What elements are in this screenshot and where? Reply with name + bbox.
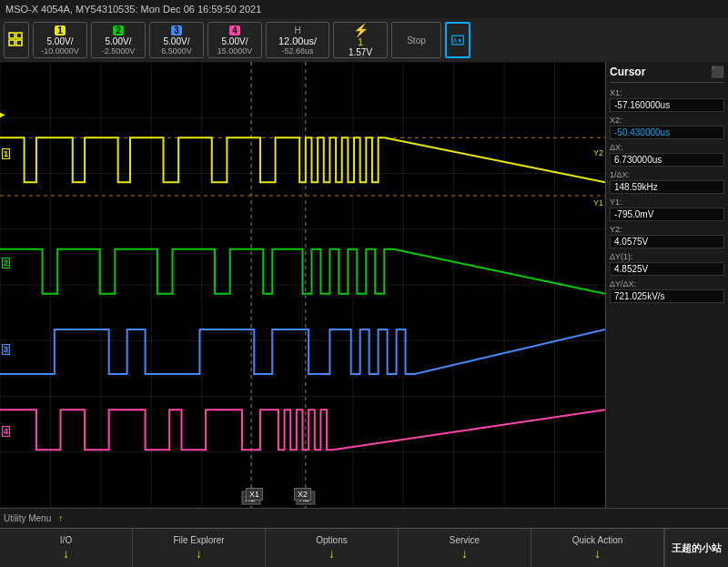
footer-btn-file-arrow: ↓ [196, 546, 202, 561]
footer-btn-service-arrow: ↓ [461, 546, 468, 561]
svg-rect-1 [16, 33, 22, 38]
ch1-marker: 1 [2, 148, 10, 159]
footer: I/O ↓ File Explorer ↓ Options ↓ Service … [0, 528, 728, 567]
svg-rect-2 [9, 40, 15, 46]
dy1-label: ΔY(1): [610, 252, 724, 261]
ch2-val1: 5.00V/ [106, 36, 132, 46]
ch3-val1: 5.00V/ [164, 36, 190, 46]
h-offset: -52.66us [281, 46, 313, 56]
run-status-box[interactable]: Stop [391, 22, 441, 58]
dx-row: ΔX: 6.730000us [610, 143, 724, 167]
title-text: MSO-X 4054A, MY54310535: Mon Dec 06 16:5… [5, 4, 261, 15]
inv-dx-label: 1/ΔX: [610, 170, 724, 179]
trigger-val: 1.57V [349, 47, 372, 57]
ch1-val2: -10.0000V [41, 46, 79, 56]
ch4-val1: 5.00V/ [222, 36, 248, 46]
footer-btn-options-label: Options [316, 535, 347, 545]
ch2-marker: 2 [2, 258, 10, 268]
trigger-num: 1 [358, 37, 363, 47]
ch3-marker: 3 [2, 344, 10, 355]
footer-btn-service[interactable]: Service ↓ [399, 529, 531, 567]
h-label: H [294, 25, 300, 35]
trigger-box[interactable]: ⚡ 1 1.57V [333, 22, 388, 58]
ch4-marker: 4 [2, 426, 10, 437]
footer-btn-options-arrow: ↓ [329, 546, 335, 561]
svg-rect-3 [16, 40, 22, 46]
dydx-row: ΔY/ΔX: 721.025kV/s [610, 279, 724, 303]
svg-rect-0 [9, 33, 15, 38]
footer-btn-service-label: Service [450, 535, 480, 545]
h-timescale: 12.00us/ [278, 35, 317, 46]
trigger-icon: ⚡ [353, 23, 369, 37]
y1-value: -795.0mV [610, 208, 724, 221]
ch1-num: 1 [55, 25, 66, 35]
footer-btn-io-label: I/O [60, 535, 72, 545]
bottom-menu: Utility Menu ↑ [0, 508, 728, 528]
x1-value: -57.160000us [610, 98, 724, 112]
utility-menu-label: Utility Menu [4, 513, 51, 523]
y1-right-marker: Y1 [593, 198, 603, 208]
dy1-value: 4.8525V [610, 262, 724, 276]
y2-row: Y2: 4.0575V [610, 225, 724, 248]
y2-value: 4.0575V [610, 235, 724, 248]
scope-display: T▶ 1 2 3 4 Y2 Y1 X1 X2 [0, 62, 605, 508]
ch4-num: 4 [229, 25, 240, 35]
y2-right-marker: Y2 [593, 148, 603, 157]
x2-row: X2: -50.430000us [610, 116, 724, 139]
dx-value: 6.730000us [610, 153, 724, 167]
channel-bar: 1 5.00V/ -10.0000V 2 5.00V/ -2.5000V 3 5… [0, 18, 728, 62]
channel-1-box[interactable]: 1 5.00V/ -10.0000V [33, 22, 87, 58]
dydx-value: 721.025kV/s [610, 289, 724, 303]
ch4-val2: 15.0000V [217, 46, 253, 56]
acquire-box[interactable]: A▼ [445, 22, 470, 58]
svg-text:A▼: A▼ [453, 37, 463, 44]
footer-btn-file-label: File Explorer [173, 535, 224, 545]
y1-label: Y1: [610, 197, 724, 207]
channel-2-box[interactable]: 2 5.00V/ -2.5000V [91, 22, 146, 58]
channel-3-box[interactable]: 3 5.00V/ 6.5000V [149, 22, 204, 58]
dy1-row: ΔY(1): 4.8525V [610, 252, 724, 276]
dydx-label: ΔY/ΔX: [610, 279, 724, 289]
cursor-panel: Cursor ⬛ X1: -57.160000us X2: -50.430000… [605, 62, 728, 508]
channel-4-box[interactable]: 4 5.00V/ 15.0000V [207, 22, 262, 58]
cursor-x2-label: X2 [294, 488, 311, 501]
cursor-panel-header: Cursor ⬛ [610, 66, 724, 83]
logo-text: 王超的小站 [672, 542, 722, 555]
grid-canvas [0, 62, 605, 508]
y2-label: Y2: [610, 225, 724, 234]
cursor-panel-copy-icon[interactable]: ⬛ [711, 66, 724, 78]
footer-btn-options[interactable]: Options ↓ [266, 529, 399, 567]
main-area: T▶ 1 2 3 4 Y2 Y1 X1 X2 Cursor ⬛ X1: -57.… [0, 62, 728, 508]
x1-label: X1: [610, 88, 724, 97]
cursor-x1-label: X1 [246, 488, 263, 501]
trigger-t-marker: T▶ [0, 109, 5, 119]
ch3-val2: 6.5000V [161, 46, 192, 56]
footer-btn-quick-arrow: ↓ [594, 546, 601, 561]
horizontal-box[interactable]: H 12.00us/ -52.66us [266, 22, 329, 58]
x1-row: X1: -57.160000us [610, 88, 724, 112]
run-status-text: Stop [407, 35, 426, 46]
cursor-panel-title: Cursor [610, 66, 645, 78]
ch3-num: 3 [171, 25, 182, 35]
x2-label: X2: [610, 116, 724, 125]
up-arrow: ↑ [58, 513, 63, 523]
ch1-val1: 5.00V/ [47, 36, 74, 46]
dx-label: ΔX: [610, 143, 724, 152]
footer-btn-io-arrow: ↓ [63, 546, 69, 561]
inv-dx-value: 148.59kHz [610, 180, 724, 194]
inv-dx-row: 1/ΔX: 148.59kHz [610, 170, 724, 194]
ch2-val2: -2.5000V [102, 46, 136, 56]
x2-value: -50.430000us [610, 126, 724, 139]
footer-btn-quick[interactable]: Quick Action ↓ [531, 529, 664, 567]
footer-btn-io[interactable]: I/O ↓ [0, 529, 133, 567]
acquire-icon: A▼ [450, 31, 465, 49]
title-bar: MSO-X 4054A, MY54310535: Mon Dec 06 16:5… [0, 0, 728, 18]
footer-btn-file[interactable]: File Explorer ↓ [133, 529, 266, 567]
footer-logo: 王超的小站 [664, 529, 728, 567]
y1-row: Y1: -795.0mV [610, 197, 724, 221]
grid-icon-box[interactable] [4, 22, 29, 58]
footer-btn-quick-label: Quick Action [572, 535, 623, 545]
ch2-num: 2 [113, 25, 124, 35]
